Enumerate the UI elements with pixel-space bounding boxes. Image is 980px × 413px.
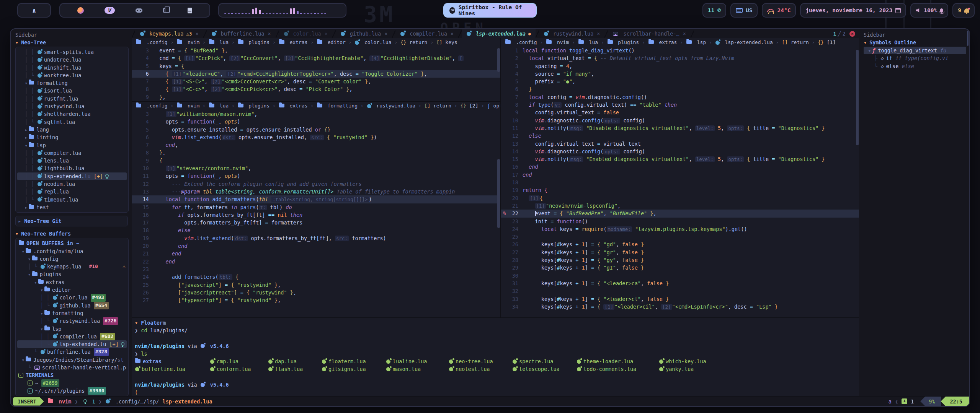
- tree-item[interactable]: │ └ github.lua#654: [17, 302, 127, 309]
- code-line-14[interactable]: 14 vim.diagnostic.config(opts: config): [501, 148, 859, 155]
- tree-item[interactable]: ~#2859: [17, 379, 127, 387]
- tab-lsp-extended.lua[interactable]: lsp-extended.lua●: [462, 29, 536, 38]
- terminal-line[interactable]: nvim/lua/plugins via v5.4.6: [135, 381, 859, 389]
- terminal-line[interactable]: nvim/lua/plugins via v5.4.6: [135, 342, 859, 350]
- scrollbar[interactable]: [856, 50, 859, 145]
- terminal-line[interactable]: [135, 334, 859, 342]
- code-line-19[interactable]: 19return {: [501, 186, 859, 194]
- listing-entry[interactable]: extras: [135, 358, 210, 365]
- listing-entry[interactable]: theme-loader.lua: [577, 358, 659, 365]
- neotree-buffers-section-header[interactable]: ▾Neo-Tree Buffers: [15, 229, 129, 238]
- tree-item[interactable]: ▸lang: [17, 126, 127, 133]
- close-tab-icon[interactable]: ×: [597, 31, 600, 37]
- terminal-line[interactable]: ❯ ls: [135, 350, 859, 358]
- tree-item[interactable]: ▾plugins: [17, 270, 127, 278]
- code-line-20[interactable]: 20 end: [132, 242, 500, 250]
- tab-github.lua[interactable]: github.lua×: [336, 29, 392, 38]
- code-line-23[interactable]: 23: [132, 265, 500, 273]
- pane-2-button[interactable]: 2: [843, 31, 846, 37]
- chevron-down-icon[interactable]: ▾: [40, 309, 43, 317]
- tree-item[interactable]: ▾.config/nvim/lua: [17, 247, 127, 255]
- code-line-17[interactable]: 17 opts.formatters_by_ft[ft] = formatter…: [132, 219, 500, 226]
- code-line-27[interactable]: 27 keys[#keys + 1] = { "gr", false }: [501, 249, 859, 256]
- code-line-25[interactable]: 25 ["javascript"] = { "rustywind" },: [132, 281, 500, 289]
- code-line-30[interactable]: 30: [501, 272, 859, 280]
- code-line-4[interactable]: 4 opts = function(_, opts): [132, 118, 500, 125]
- code-line-25[interactable]: 25: [501, 233, 859, 241]
- tree-item[interactable]: └ scrollbar-handle-vertical.p: [17, 364, 127, 371]
- tab-bufferline.lua[interactable]: bufferline.lua×: [207, 29, 276, 38]
- scrollbar[interactable]: [967, 31, 969, 46]
- tree-item[interactable]: │ └ worktree.lua: [17, 72, 127, 79]
- chevron-down-icon[interactable]: ▾: [28, 255, 31, 263]
- code-line-14[interactable]: 14 local function add_formatters(tbl :ta…: [132, 195, 500, 203]
- code-line-21[interactable]: 21 end: [132, 250, 500, 257]
- code-line-20[interactable]: 20 [1]{: [501, 194, 859, 202]
- terminal-output[interactable]: ❯ cd lua/plugins/nvim/lua/plugins via v5…: [135, 327, 859, 397]
- listing-entry[interactable]: cmp.lua: [210, 358, 268, 365]
- tree-item[interactable]: │ │ undotree.lua: [17, 56, 127, 63]
- tree-item[interactable]: ▾lsp: [17, 325, 127, 333]
- chevron-down-icon[interactable]: ▾: [24, 141, 28, 149]
- code-line-6[interactable]: 6 vim.list_extend(dst: opts.ensure_insta…: [132, 133, 500, 141]
- neovim-app-active[interactable]: V: [105, 7, 115, 14]
- code-line-9[interactable]: 9 {: [132, 157, 500, 164]
- code-line-7[interactable]: 7 local config = vim.diagnostic.config(): [501, 93, 859, 101]
- chevron-down-icon[interactable]: ▾: [24, 79, 28, 87]
- chevron-right-icon[interactable]: ▸: [24, 203, 28, 211]
- code-line-13[interactable]: 13 ---@param tbl table<string, conform.F…: [132, 188, 500, 195]
- close-tab-icon[interactable]: ×: [451, 31, 454, 37]
- code-line-18[interactable]: 18: [501, 179, 859, 186]
- code-line-17[interactable]: 17end: [501, 171, 859, 179]
- code-line-5[interactable]: 5 keys = {: [132, 62, 500, 70]
- code-line-9[interactable]: 9 config.virtual_text = false: [501, 109, 859, 116]
- close-tab-icon[interactable]: ×: [325, 31, 328, 37]
- code-line-7[interactable]: 7 end,: [132, 141, 500, 149]
- tab-keymaps.lua[interactable]: keymaps.lua⚠3×: [135, 29, 203, 38]
- code-line-22[interactable]: %22 event = { "BufReadPre", "BufNewFile"…: [501, 210, 859, 217]
- media-player[interactable]: Spiritbox - Rule Of Nines: [443, 3, 537, 18]
- code-line-8[interactable]: 8 { [1]"<C-c>", [2]"<cmd>CccPick<cr>", d…: [132, 85, 500, 93]
- close-tab-icon[interactable]: ×: [268, 31, 271, 37]
- tree-item[interactable]: OPEN BUFFERS in ~: [17, 239, 127, 247]
- clock-date[interactable]: jueves, noviembre 16, 2023: [800, 3, 906, 18]
- scrollbar[interactable]: [497, 48, 500, 72]
- listing-entry[interactable]: floaterm.lua: [322, 358, 386, 365]
- code-line-8[interactable]: 8 },: [132, 149, 500, 156]
- tree-item[interactable]: │ └ rustywind.lua#726: [17, 317, 127, 325]
- code-line-5[interactable]: 5 prefix = "●",: [501, 78, 859, 85]
- code-line-29[interactable]: 29 keys[#keys + 1] = { "gI", false }: [501, 264, 859, 272]
- terminal-line[interactable]: extrascmp.luadap.luafloaterm.lualualine.…: [135, 358, 859, 365]
- terminal-line[interactable]: [135, 373, 859, 381]
- tree-item[interactable]: │ │ lightbulb.lua: [17, 164, 127, 172]
- tree-item[interactable]: │ └ sqlfmt.lua: [17, 118, 127, 126]
- tree-item[interactable]: ▾Juegos/Indies/SteamLibrary/st: [17, 356, 127, 364]
- tree-item[interactable]: │ │ shellharden.lua: [17, 110, 127, 118]
- code-line-23[interactable]: 23 init = function(): [501, 218, 859, 225]
- code-line-15[interactable]: 15 for ft, formatters in pairs(t: tbl) d…: [132, 203, 500, 211]
- tree-item[interactable]: │ │ lens.lua: [17, 157, 127, 164]
- listing-entry[interactable]: dap.lua: [268, 358, 322, 365]
- pane-1-button[interactable]: 1: [833, 31, 836, 37]
- document-icon[interactable]: [188, 8, 192, 13]
- code-line-33[interactable]: 33 keys[#keys + 1] = { "<leader>cl", fal…: [501, 295, 859, 303]
- chevron-down-icon[interactable]: ▾: [28, 270, 31, 278]
- code-line-4[interactable]: 4 source = "if_many",: [501, 70, 859, 78]
- listing-entry[interactable]: mason.lua: [386, 365, 449, 373]
- code-line-16[interactable]: 16 if opts.formatters_by_ft[ft] == nil t…: [132, 211, 500, 219]
- code-line-6[interactable]: 6 }: [501, 85, 859, 93]
- code-line-3[interactable]: 3 [1]"williamboman/mason.nvim",: [132, 110, 500, 118]
- code-line-7[interactable]: 7 { [1]"<S-C>", [2]"<cmd>CccConvert<cr>"…: [132, 78, 500, 85]
- volume-indicator[interactable]: 100%: [910, 3, 948, 18]
- firefox-icon[interactable]: [77, 7, 84, 14]
- tab-compiler.lua[interactable]: compiler.lua×: [395, 29, 458, 38]
- tree-item[interactable]: ▸test: [17, 203, 127, 211]
- tab-scrollbar-handle-[interactable]: scrollbar-handle-…×: [608, 29, 690, 38]
- code-line-19[interactable]: 19 vim.list_extend(dst: opts.formatters_…: [132, 234, 500, 242]
- tree-item[interactable]: │ │ color.lua#493: [17, 294, 127, 301]
- code-line-26[interactable]: 26 ["javascriptreact"] = { "rustywind" }…: [132, 289, 500, 296]
- chevron-down-icon[interactable]: ▾: [21, 356, 24, 364]
- chevron-down-icon[interactable]: ▾: [40, 286, 43, 294]
- neotree-section-header[interactable]: ▾Neo-Tree: [15, 38, 129, 47]
- tree-item[interactable]: │ │ compiler.lua#682: [17, 333, 127, 340]
